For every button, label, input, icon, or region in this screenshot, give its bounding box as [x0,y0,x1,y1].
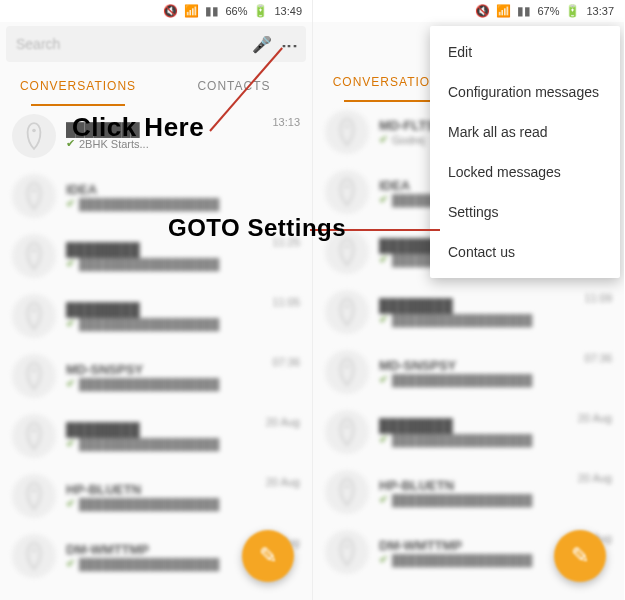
avatar [12,114,56,158]
svg-point-9 [345,185,349,189]
conversation-row[interactable]: ████████✔██████████████████20 Aug [0,406,312,466]
avatar [12,414,56,458]
tab-conversations[interactable]: CONVERSATIONS [0,66,156,106]
annotation-goto-settings: GOTO Settings [168,214,346,242]
avatar [325,530,369,574]
sender-name: ████████ [66,422,266,437]
timestamp: 20 Aug [266,416,300,428]
avatar [325,410,369,454]
check-icon: ✔ [66,377,75,390]
sender-name: ████████ [66,242,272,257]
mute-icon: 🔇 [475,4,490,18]
svg-point-2 [32,249,36,253]
avatar [12,234,56,278]
avatar [325,110,369,154]
svg-point-8 [345,125,349,129]
menu-item-locked-messages[interactable]: Locked messages [430,152,620,192]
row-text: DM-WMTTMP✔██████████████████ [66,542,266,570]
message-preview: ✔██████████████████ [66,437,266,450]
sender-name: HP-BLUETN [379,478,578,493]
check-icon: ✔ [379,193,388,206]
check-icon: ✔ [66,317,75,330]
check-icon: ✔ [379,433,388,446]
compose-icon: ✎ [259,543,277,569]
phone-right: 🔇 📶 ▮▮ 67% 🔋 13:37 CONVERSATIONS MD-FLTS… [312,0,624,600]
mic-icon[interactable]: 🎤 [252,35,272,54]
row-text: ████████✔██████████████████ [379,418,578,446]
compose-fab[interactable]: ✎ [242,530,294,582]
conversation-row[interactable]: MD-SNSPSY✔██████████████████07:36 [0,346,312,406]
svg-point-0 [32,129,36,133]
menu-item-configuration-messages[interactable]: Configuration messages [430,72,620,112]
row-text: DM-WMTTMP✔██████████████████ [379,538,578,566]
menu-item-contact-us[interactable]: Contact us [430,232,620,272]
sender-name: DM-WMTTMP [379,538,578,553]
row-text: IDEA✔██████████████████ [66,182,300,210]
sender-name: MD-SNSPSY [66,362,272,377]
check-icon: ✔ [66,257,75,270]
conversation-row[interactable]: MD-SNSPSY✔██████████████████07:36 [313,342,624,402]
message-preview: ✔██████████████████ [379,433,578,446]
avatar [12,534,56,578]
conversation-row[interactable]: HP-BLUETN✔██████████████████20 Aug [0,466,312,526]
annotation-click-here: Click Here [72,112,204,143]
menu-item-settings[interactable]: Settings [430,192,620,232]
svg-point-12 [345,365,349,369]
menu-item-edit[interactable]: Edit [430,32,620,72]
wifi-icon: 📶 [184,4,199,18]
sender-name: DM-WMTTMP [66,542,266,557]
row-text: MD-SNSPSY✔██████████████████ [379,358,584,386]
signal-icon: ▮▮ [205,4,219,18]
check-icon: ✔ [379,133,388,146]
avatar [325,290,369,334]
check-icon: ✔ [379,493,388,506]
svg-point-11 [345,305,349,309]
svg-point-13 [345,425,349,429]
avatar [12,474,56,518]
compose-fab[interactable]: ✎ [554,530,606,582]
battery-pct: 67% [537,5,559,17]
battery-icon: 🔋 [253,4,268,18]
message-preview: ✔██████████████████ [66,377,272,390]
timestamp: 20 Aug [578,412,612,424]
clock: 13:49 [274,5,302,17]
signal-icon: ▮▮ [517,4,531,18]
sender-name: MD-SNSPSY [379,358,584,373]
sender-name: IDEA [66,182,300,197]
timestamp: 07:36 [584,352,612,364]
conversation-row[interactable]: ████████✔██████████████████11:09 [313,282,624,342]
row-text: HP-BLUETN✔██████████████████ [379,478,578,506]
svg-point-14 [345,485,349,489]
avatar [325,170,369,214]
search-bar[interactable]: Search 🎤 ⋮ [6,26,306,62]
row-text: ████████✔██████████████████ [66,242,272,270]
row-text: ████████✔██████████████████ [66,302,272,330]
check-icon: ✔ [66,197,75,210]
compose-icon: ✎ [571,543,589,569]
message-preview: ✔██████████████████ [66,197,300,210]
conversation-row[interactable]: ████████✔██████████████████11:05 [0,286,312,346]
check-icon: ✔ [379,313,388,326]
battery-icon: 🔋 [565,4,580,18]
tab-bar: CONVERSATIONS CONTACTS [0,66,312,106]
row-text: ████████✔██████████████████ [66,422,266,450]
sender-name: ████████ [379,298,584,313]
conversation-row[interactable]: HP-BLUETN✔██████████████████20 Aug [313,462,624,522]
check-icon: ✔ [66,557,75,570]
message-preview: ✔██████████████████ [379,373,584,386]
message-preview: ✔██████████████████ [66,497,266,510]
conversation-row[interactable]: ████████✔██████████████████20 Aug [313,402,624,462]
mute-icon: 🔇 [163,4,178,18]
message-preview: ✔██████████████████ [379,553,578,566]
avatar [12,294,56,338]
check-icon: ✔ [379,253,388,266]
check-icon: ✔ [66,437,75,450]
check-icon: ✔ [379,553,388,566]
timestamp: 20 Aug [266,476,300,488]
avatar [12,354,56,398]
message-preview: ✔██████████████████ [379,313,584,326]
status-bar: 🔇 📶 ▮▮ 67% 🔋 13:37 [313,0,624,22]
message-preview: ✔██████████████████ [66,317,272,330]
timestamp: 07:36 [272,356,300,368]
menu-item-mark-all-as-read[interactable]: Mark all as read [430,112,620,152]
